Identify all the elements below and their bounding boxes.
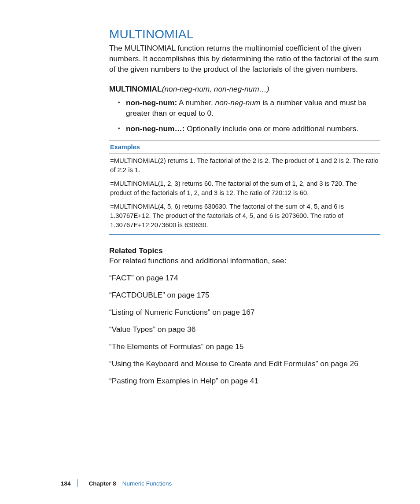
related-topic-link[interactable]: “Value Types” on page 36	[109, 325, 380, 334]
related-topic-link[interactable]: “Listing of Numeric Functions” on page 1…	[109, 308, 380, 317]
syntax-name: MULTINOMIAL	[109, 85, 162, 93]
parameter-text: Optionally include one or more additiona…	[184, 124, 358, 133]
parameter-name: non-neg-num:	[126, 98, 177, 107]
syntax-args: (non-neg-num, non-neg-num…)	[162, 85, 269, 93]
page-number: 184	[61, 480, 71, 487]
related-topic-link[interactable]: “Pasting from Examples in Help” on page …	[109, 376, 380, 386]
related-topic-link[interactable]: “FACTDOUBLE” on page 175	[109, 291, 380, 300]
example-row: =MULTINOMIAL(2) returns 1. The factorial…	[109, 154, 380, 177]
parameter-text: A number.	[177, 98, 215, 107]
function-syntax: MULTINOMIAL(non-neg-num, non-neg-num…)	[109, 85, 380, 94]
function-title: MULTINOMIAL	[109, 27, 380, 41]
chapter-label: Chapter 8	[89, 480, 116, 487]
related-topic-link[interactable]: “FACT” on page 174	[109, 273, 380, 283]
function-description: The MULTINOMIAL function returns the mul…	[109, 43, 380, 75]
parameter-name: non-neg-num…:	[126, 124, 184, 133]
chapter-name: Numeric Functions	[122, 480, 172, 487]
parameter-ital: non-neg-num	[215, 98, 261, 107]
examples-header: Examples	[109, 140, 380, 154]
footer-separator	[77, 479, 77, 487]
example-row: =MULTINOMIAL(4, 5, 6) returns 630630. Th…	[109, 199, 380, 235]
related-topic-link[interactable]: “Using the Keyboard and Mouse to Create …	[109, 359, 380, 368]
examples-table: Examples =MULTINOMIAL(2) returns 1. The …	[109, 140, 380, 235]
related-topics-list: “FACT” on page 174 “FACTDOUBLE” on page …	[109, 273, 380, 386]
parameter-item: non-neg-num…: Optionally include one or …	[118, 123, 380, 134]
page-footer: 184 Chapter 8 Numeric Functions	[0, 479, 420, 487]
parameter-item: non-neg-num: A number. non-neg-num is a …	[118, 97, 380, 119]
related-topics-heading: Related Topics	[109, 246, 380, 255]
related-topics-intro: For related functions and additional inf…	[109, 256, 380, 265]
related-topic-link[interactable]: “The Elements of Formulas” on page 15	[109, 342, 380, 351]
example-row: =MULTINOMIAL(1, 2, 3) returns 60. The fa…	[109, 177, 380, 199]
parameter-list: non-neg-num: A number. non-neg-num is a …	[109, 97, 380, 134]
document-page: MULTINOMIAL The MULTINOMIAL function ret…	[0, 0, 420, 504]
